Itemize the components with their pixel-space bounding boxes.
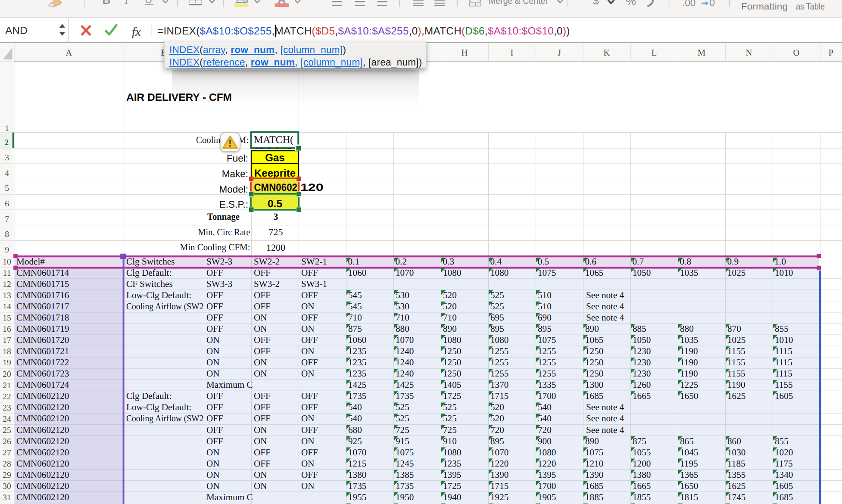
svg-text:See note 4: See note 4 [586,402,624,412]
svg-text:1235: 1235 [348,368,366,379]
svg-text:OFF: OFF [254,290,271,300]
svg-text:1685: 1685 [775,492,793,502]
svg-text:OFF: OFF [301,425,318,435]
svg-text:540: 540 [348,402,362,412]
svg-text:OFF: OFF [301,335,318,345]
svg-text:CMN0602: CMN0602 [254,182,298,193]
svg-text:CMN0602120: CMN0602120 [16,413,69,423]
svg-text:1230: 1230 [633,368,651,379]
svg-text:ON: ON [301,324,315,334]
svg-text:CMN0602120: CMN0602120 [16,436,69,446]
svg-text:24: 24 [3,415,11,424]
svg-text:ON: ON [301,413,315,423]
svg-text:890: 890 [585,436,599,446]
svg-text:Clg Default:: Clg Default: [126,268,172,278]
svg-text:1080: 1080 [538,447,556,457]
svg-text:1075: 1075 [538,335,556,345]
svg-text:1260: 1260 [633,380,651,390]
svg-text:1030: 1030 [727,447,745,457]
svg-text:1735: 1735 [396,481,414,491]
svg-text:1885: 1885 [585,492,603,502]
svg-text:525: 525 [490,290,504,300]
svg-text:1155: 1155 [727,346,745,356]
svg-text:20: 20 [3,370,11,379]
svg-text:1115: 1115 [775,346,792,356]
svg-text:1735: 1735 [396,391,414,401]
svg-text:1605: 1605 [775,391,793,401]
svg-text:1195: 1195 [680,458,698,469]
svg-text:28: 28 [3,460,11,469]
svg-text:See note 4: See note 4 [586,425,624,435]
svg-text:ON: ON [301,436,315,446]
svg-text:CMN0601720: CMN0601720 [16,335,69,345]
svg-text:1080: 1080 [490,268,508,278]
svg-text:1190: 1190 [680,368,698,379]
svg-text:8: 8 [5,230,9,239]
svg-text:855: 855 [775,436,789,446]
svg-text:1250: 1250 [585,346,603,356]
svg-text:0.5: 0.5 [268,198,282,210]
svg-text:1220: 1220 [538,458,556,469]
svg-text:ON: ON [254,481,267,491]
svg-text:1190: 1190 [680,357,698,367]
svg-text:SW3-2: SW3-2 [254,279,280,289]
svg-text:OFF: OFF [254,413,271,423]
svg-text:1020: 1020 [775,447,793,457]
svg-text:1200: 1200 [266,242,285,253]
svg-text:CMN0602120: CMN0602120 [16,447,69,457]
svg-text:ON: ON [254,368,267,379]
svg-text:3: 3 [5,153,9,162]
svg-text:OFF: OFF [254,458,271,469]
svg-text:13: 13 [3,291,11,300]
svg-text:1625: 1625 [727,481,745,491]
svg-text:1255: 1255 [490,368,508,379]
svg-text:1: 1 [5,124,9,133]
svg-text:1060: 1060 [348,335,366,345]
svg-text:CMN0602120: CMN0602120 [16,458,69,469]
svg-text:1685: 1685 [585,391,603,401]
svg-text:0.3: 0.3 [443,256,454,267]
svg-text:OFF: OFF [254,402,271,412]
svg-text:1075: 1075 [585,447,603,457]
svg-text:CMN0602120: CMN0602120 [16,391,69,401]
svg-text:1745: 1745 [727,492,745,502]
svg-text:Clg Default:: Clg Default: [126,391,172,401]
svg-text:9: 9 [5,246,9,255]
svg-text:5: 5 [5,184,9,193]
svg-text:I: I [511,48,514,58]
svg-text:1245: 1245 [396,458,414,469]
svg-text:0.7: 0.7 [633,256,644,267]
svg-text:1665: 1665 [633,481,651,491]
svg-text:fx: fx [132,25,141,39]
svg-text:CMN0601715: CMN0601715 [16,279,69,289]
svg-text:See note 4: See note 4 [586,290,624,300]
svg-text:895: 895 [490,436,504,446]
svg-text:ON: ON [254,357,267,367]
svg-text:26: 26 [3,437,11,446]
svg-text:1300: 1300 [585,380,603,390]
svg-text:ON: ON [254,312,267,323]
svg-text:1395: 1395 [538,470,556,480]
svg-text:860: 860 [727,436,741,446]
svg-text:1240: 1240 [396,346,414,356]
svg-text:1735: 1735 [348,391,366,401]
svg-text:1715: 1715 [490,481,508,491]
svg-text:OFF: OFF [301,402,318,412]
svg-text:Cooling Airflow (SW2-: Cooling Airflow (SW2- [126,413,206,423]
svg-text:1050: 1050 [633,268,651,278]
svg-text:3: 3 [274,211,278,222]
svg-text:H: H [462,48,468,58]
svg-text:INDEX(reference, row_num, [col: INDEX(reference, row_num, [column_num], … [169,57,422,68]
svg-text:Fuel:: Fuel: [227,153,248,164]
svg-text:1035: 1035 [680,268,698,278]
svg-text:1155: 1155 [727,357,745,367]
svg-text:1070: 1070 [396,268,414,278]
svg-text:Model:: Model: [219,184,248,195]
svg-text:OFF: OFF [301,447,318,457]
svg-text:1665: 1665 [633,391,651,401]
svg-text:1010: 1010 [775,335,793,345]
svg-text:1395: 1395 [443,470,461,480]
svg-text:CMN0601724: CMN0601724 [16,380,69,390]
svg-text:0: 0 [710,0,715,8]
svg-text:545: 545 [348,290,362,300]
